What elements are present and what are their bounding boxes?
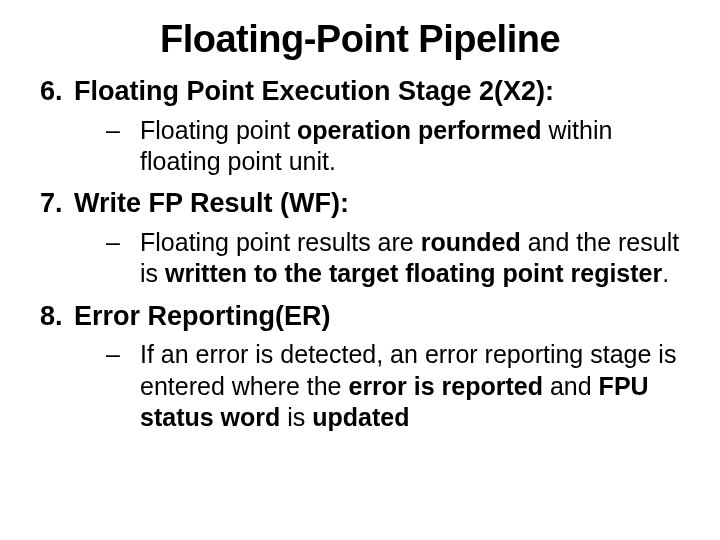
item-number: 7.: [40, 187, 74, 221]
sub-body: Floating point operation performed withi…: [140, 115, 680, 178]
bold-run: rounded: [421, 228, 528, 256]
bold-run: updated: [312, 403, 409, 431]
sub-body: If an error is detected, an error report…: [140, 339, 680, 433]
sub-list: – Floating point results are rounded and…: [40, 227, 680, 290]
text-run: is: [287, 403, 312, 431]
slide: Floating-Point Pipeline 6. Floating Poin…: [0, 0, 720, 540]
sub-list: – Floating point operation performed wit…: [40, 115, 680, 178]
item-number: 6.: [40, 75, 74, 109]
sub-item: – Floating point results are rounded and…: [106, 227, 680, 290]
text-run: Floating point: [140, 116, 297, 144]
dash-bullet: –: [106, 115, 140, 146]
item-heading: Write FP Result (WF):: [74, 187, 680, 221]
item-heading-row: 7. Write FP Result (WF):: [40, 187, 680, 221]
item-heading: Floating Point Execution Stage 2(X2):: [74, 75, 680, 109]
item-heading-row: 6. Floating Point Execution Stage 2(X2):: [40, 75, 680, 109]
bold-run: operation performed: [297, 116, 541, 144]
list-item: 8. Error Reporting(ER) – If an error is …: [40, 300, 680, 434]
text-run: .: [662, 259, 669, 287]
dash-bullet: –: [106, 227, 140, 258]
sub-body: Floating point results are rounded and t…: [140, 227, 680, 290]
bold-run: written to the target floating point reg…: [165, 259, 662, 287]
item-number: 8.: [40, 300, 74, 334]
bold-run: error is reported: [348, 372, 543, 400]
sub-item: – If an error is detected, an error repo…: [106, 339, 680, 433]
list-item: 7. Write FP Result (WF): – Floating poin…: [40, 187, 680, 289]
main-list: 6. Floating Point Execution Stage 2(X2):…: [40, 75, 680, 433]
text-run: and: [543, 372, 599, 400]
item-heading: Error Reporting(ER): [74, 300, 680, 334]
list-item: 6. Floating Point Execution Stage 2(X2):…: [40, 75, 680, 177]
sub-list: – If an error is detected, an error repo…: [40, 339, 680, 433]
item-heading-row: 8. Error Reporting(ER): [40, 300, 680, 334]
text-run: Floating point results are: [140, 228, 421, 256]
slide-title: Floating-Point Pipeline: [40, 18, 680, 61]
dash-bullet: –: [106, 339, 140, 370]
sub-item: – Floating point operation performed wit…: [106, 115, 680, 178]
